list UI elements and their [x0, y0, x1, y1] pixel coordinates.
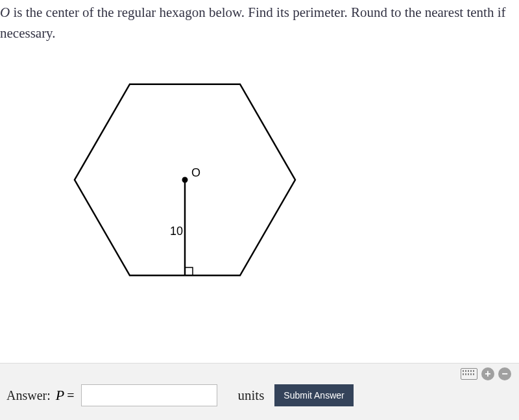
figure-area: O 10: [0, 43, 519, 329]
answer-equals: =: [67, 388, 74, 403]
question-body: is the center of the regular hexagon bel…: [0, 5, 506, 41]
center-label: O: [191, 166, 200, 179]
answer-variable: P: [56, 387, 64, 404]
right-angle-marker: [185, 267, 193, 275]
zoom-in-button[interactable]: +: [481, 367, 494, 380]
keyboard-icon[interactable]: [461, 368, 477, 380]
answer-row: Answer: P = units Submit Answer: [0, 364, 519, 406]
apothem-label: 10: [170, 225, 183, 238]
question-variable-o: O: [0, 5, 10, 20]
answer-label: Answer:: [6, 388, 51, 403]
answer-input[interactable]: [81, 384, 217, 406]
zoom-out-button[interactable]: −: [498, 367, 511, 380]
submit-button[interactable]: Submit Answer: [274, 384, 353, 406]
hexagon-figure: O 10: [62, 66, 308, 300]
answer-bar: + − Answer: P = units Submit Answer: [0, 363, 519, 420]
toolbar-icons: + −: [461, 367, 511, 380]
question-text: O is the center of the regular hexagon b…: [0, 0, 519, 43]
units-label: units: [238, 388, 265, 404]
